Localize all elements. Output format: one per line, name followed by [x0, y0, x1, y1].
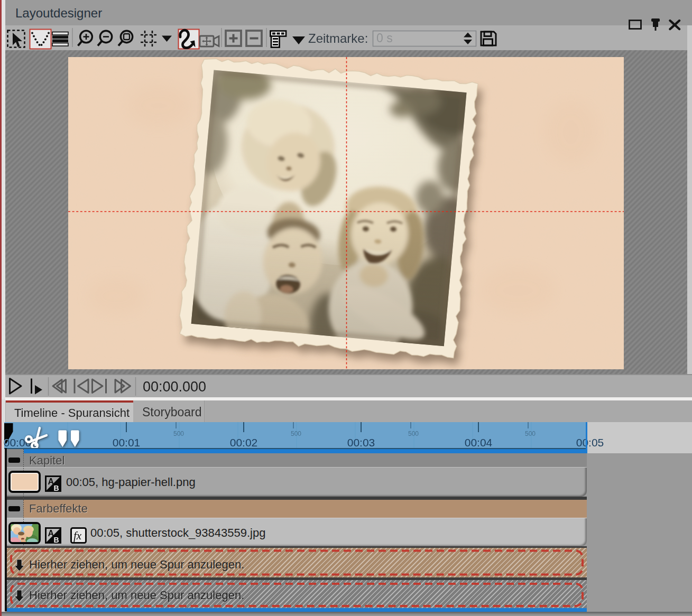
svg-text:500: 500: [291, 430, 301, 437]
svg-text:00:03: 00:03: [347, 436, 375, 449]
svg-text:00:02: 00:02: [230, 436, 258, 449]
svg-text:fx: fx: [73, 529, 82, 542]
svg-text:B: B: [54, 484, 59, 492]
svg-text:500: 500: [525, 430, 536, 437]
svg-text:00:05: 00:05: [576, 436, 604, 449]
svg-text:B: B: [54, 536, 59, 544]
svg-text:00:01: 00:01: [113, 436, 141, 449]
svg-text:500: 500: [408, 430, 419, 437]
svg-text:500: 500: [173, 430, 184, 437]
svg-text:00:04: 00:04: [465, 436, 493, 449]
